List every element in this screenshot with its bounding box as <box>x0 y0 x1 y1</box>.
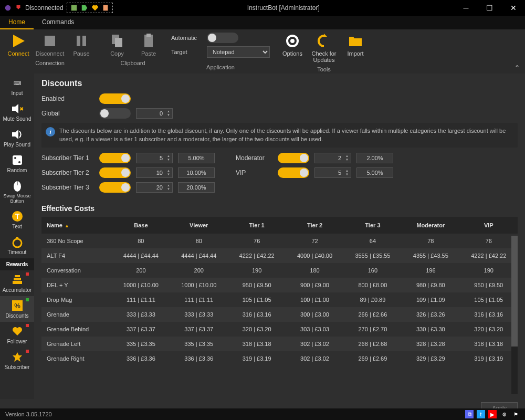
table-row[interactable]: ALT F44444 | £44.444444 | £44.444222 | £… <box>41 248 518 263</box>
cell: 303 | £3.03 <box>286 322 343 337</box>
sidebar-item-follower[interactable]: Follower <box>0 322 34 348</box>
col-vip[interactable]: VIP <box>460 217 518 234</box>
connection-status: Disconnected <box>25 4 64 12</box>
tier1-toggle[interactable] <box>99 153 131 163</box>
enabled-toggle[interactable] <box>99 93 131 104</box>
folder-icon <box>347 33 364 49</box>
cell: 200 <box>170 263 228 278</box>
content-panel: Discounts Enabled Global ▲▼ i The discou… <box>34 74 525 399</box>
tier3-input[interactable]: ▲▼ <box>136 182 173 193</box>
main-tabs: Home Commands <box>0 16 525 29</box>
target-select[interactable]: Notepad <box>207 46 270 58</box>
cell: 337 | £3.37 <box>170 322 228 337</box>
bot-icon[interactable]: ⚙ <box>500 410 508 418</box>
table-row[interactable]: Grenade Left335 | £3.35335 | £3.35318 | … <box>41 337 518 351</box>
cell: 328 | £3.28 <box>402 337 459 351</box>
sidebar: ⌨Input ✖Mute Sound Play Sound Random Swa… <box>0 74 34 399</box>
tier1-label: Subscriber Tier 1 <box>41 154 94 162</box>
tab-commands[interactable]: Commands <box>34 16 82 29</box>
table-row[interactable]: Grenade Right336 | £3.36336 | £3.36319 |… <box>41 351 518 366</box>
plug-disconnected-icon <box>15 4 22 12</box>
col-tier3[interactable]: Tier 3 <box>344 217 402 234</box>
sidebar-item-input[interactable]: ⌨Input <box>0 74 34 99</box>
sidebar-item-text[interactable]: TText <box>0 207 34 233</box>
svg-rect-6 <box>77 36 80 46</box>
tier3-toggle[interactable] <box>99 182 131 193</box>
discord-icon[interactable]: ⧉ <box>465 410 474 418</box>
cell: 268 | £2.68 <box>344 337 402 351</box>
info-icon: i <box>46 127 55 136</box>
vertical-scrollbar[interactable] <box>511 236 518 394</box>
heart-icon[interactable] <box>91 4 99 12</box>
tab-home[interactable]: Home <box>0 16 34 29</box>
sidebar-item-timeout[interactable]: Timeout <box>0 233 34 258</box>
sidebar-item-play-sound[interactable]: Play Sound <box>0 125 34 151</box>
connect-button[interactable]: Connect <box>5 33 32 57</box>
cell: 196 <box>402 263 459 278</box>
copy-button: Copy <box>104 33 130 57</box>
svg-rect-26 <box>16 237 18 238</box>
cell: 105 | £1.05 <box>460 292 518 307</box>
import-button[interactable]: Import <box>342 33 369 57</box>
puzzle-icon[interactable] <box>70 4 78 12</box>
col-moderator[interactable]: Moderator <box>402 217 459 234</box>
sidebar-item-random[interactable]: Random <box>0 151 34 176</box>
tag-icon[interactable] <box>81 4 88 12</box>
play-icon <box>10 33 27 49</box>
cell: 980 | £9.80 <box>402 278 459 292</box>
maximize-button[interactable]: ☐ <box>478 0 501 16</box>
svg-marker-15 <box>12 104 18 113</box>
sort-asc-icon: ▲ <box>65 223 69 228</box>
cell: Grenade Behind <box>41 322 112 337</box>
table-row[interactable]: Drop Mag111 | £1.11111 | £1.11105 | £1.0… <box>41 292 518 307</box>
table-row[interactable]: Conversation200200190180160196190 <box>41 263 518 278</box>
mod-input[interactable]: ▲▼ <box>314 153 351 163</box>
tier1-input[interactable]: ▲▼ <box>136 153 173 163</box>
stack-icon <box>10 274 25 286</box>
svg-point-19 <box>14 157 16 159</box>
mod-toggle[interactable] <box>278 153 309 163</box>
ribbon: Connect Disconnect Pause Connection Copy… <box>0 29 525 74</box>
table-row[interactable]: 360 No Scope80807672647876 <box>41 234 518 248</box>
col-base[interactable]: Base <box>112 217 170 234</box>
settings-icon[interactable]: ⚑ <box>511 410 520 418</box>
info-text: The discounts below are in addition to t… <box>59 127 513 143</box>
cell: 336 | £3.36 <box>112 351 170 366</box>
global-value-input[interactable]: ▲▼ <box>136 108 173 119</box>
global-toggle[interactable] <box>99 108 131 119</box>
close-button[interactable]: ✕ <box>501 0 525 16</box>
table-row[interactable]: Grenade333 | £3.33333 | £3.33316 | £3.16… <box>41 307 518 322</box>
cell: 360 No Scope <box>41 234 112 248</box>
cell: 316 | £3.16 <box>228 307 286 322</box>
sidebar-item-rewards[interactable]: Rewards <box>0 258 34 270</box>
vip-input[interactable]: ▲▼ <box>314 167 351 178</box>
sidebar-item-mute-sound[interactable]: ✖Mute Sound <box>0 99 34 125</box>
col-tier1[interactable]: Tier 1 <box>228 217 286 234</box>
stopwatch-icon <box>10 236 25 248</box>
options-button[interactable]: Options <box>279 33 306 57</box>
version-text: Version 3.05.1720 <box>5 411 52 417</box>
tier2-input[interactable]: ▲▼ <box>136 167 173 178</box>
check-updates-button[interactable]: Check for Updates <box>311 33 337 63</box>
cell: 302 | £3.02 <box>286 337 343 351</box>
table-row[interactable]: DEL + Y1000 | £10.001000 | £10.00950 | £… <box>41 278 518 292</box>
sidebar-item-discounts[interactable]: %Discounts <box>0 296 34 322</box>
sidebar-item-swap-mouse[interactable]: Swap Mouse Button <box>0 176 34 207</box>
pause-button: Pause <box>68 33 94 57</box>
col-tier2[interactable]: Tier 2 <box>286 217 343 234</box>
youtube-icon[interactable]: ▶ <box>488 410 497 418</box>
col-name[interactable]: Name▲ <box>41 217 112 234</box>
cell: 64 <box>344 234 402 248</box>
col-viewer[interactable]: Viewer <box>170 217 228 234</box>
sidebar-item-subscriber[interactable]: Subscriber <box>0 348 34 373</box>
collapse-ribbon-icon[interactable]: ⌃ <box>514 64 520 71</box>
note-icon[interactable] <box>102 4 109 12</box>
sidebar-item-accumulator[interactable]: Accumulator <box>0 270 34 296</box>
tier2-toggle[interactable] <box>99 167 131 178</box>
twitter-icon[interactable]: t <box>477 410 485 418</box>
automatic-toggle[interactable] <box>207 33 238 43</box>
table-row[interactable]: Grenade Behind337 | £3.37337 | £3.37320 … <box>41 322 518 337</box>
cell: 100 | £1.00 <box>286 292 343 307</box>
vip-toggle[interactable] <box>278 167 309 178</box>
minimize-button[interactable]: ─ <box>454 0 478 16</box>
